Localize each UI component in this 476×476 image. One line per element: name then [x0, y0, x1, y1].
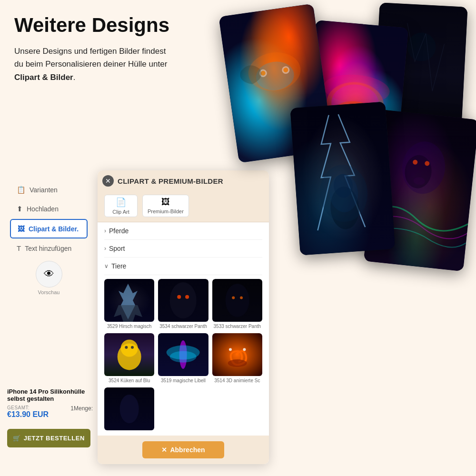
tab-premium-icon: 🖼 — [161, 197, 170, 207]
thumb-panther2 — [212, 279, 262, 322]
thumb-panther2-label: 3533 schwarzer Panth — [212, 323, 262, 329]
category-tiere-label: Tiere — [111, 262, 126, 270]
svg-point-29 — [240, 297, 243, 299]
tab-premium[interactable]: 🖼 Premium-Bilder — [142, 195, 189, 217]
svg-point-14 — [407, 32, 436, 62]
category-pferde[interactable]: › Pferde — [104, 222, 262, 240]
sidebar-item-text[interactable]: T Text hinzufügen — [10, 239, 88, 257]
desc-bold: Clipart & Bilder — [14, 73, 73, 82]
sidebar-item-varianten-label: Varianten — [30, 186, 58, 194]
cancel-button-label: Abbrechen — [170, 446, 205, 454]
close-icon: ✕ — [105, 177, 111, 185]
chevron-down-icon: ∨ — [104, 263, 109, 269]
modal-footer: ✕ Abbrechen — [98, 436, 269, 464]
category-pferde-label: Pferde — [109, 227, 129, 235]
product-info: iPhone 14 Pro Silikonhülle selbst gestal… — [7, 388, 93, 419]
page-description: Unsere Designs und fertigen Bilder finde… — [14, 45, 176, 84]
category-tiere[interactable]: ∨ Tiere — [104, 258, 262, 275]
modal-tabs: 📄 Clip Art 🖼 Premium-Bilder — [98, 190, 269, 222]
thumb-kuken — [104, 333, 154, 376]
case-deer — [290, 101, 395, 255]
image-thumb-kuken[interactable]: 3524 Küken auf Blu — [104, 333, 154, 384]
qty-value: 1 — [70, 405, 74, 412]
modal-header: CLIPART & PREMIUM-BILDER — [98, 170, 269, 190]
tab-premium-label: Premium-Bilder — [148, 208, 184, 214]
svg-point-32 — [125, 346, 128, 349]
modal-close-button[interactable]: ✕ — [102, 175, 114, 187]
chevron-right-icon: › — [104, 228, 106, 234]
case-deer-inner — [290, 101, 395, 255]
tab-clipart[interactable]: 📄 Clip Art — [104, 195, 138, 217]
page-title: Weitere Designs — [14, 14, 176, 36]
svg-point-36 — [170, 351, 197, 363]
thumb-schnecke-label: 3514 3D animierte Sc — [212, 377, 262, 384]
sidebar-item-clipart-label: Clipart & Bilder. — [29, 225, 79, 233]
modal-title: CLIPART & PREMIUM-BILDER — [118, 177, 223, 185]
thumb-schnecke — [212, 333, 262, 376]
thumb-kuken-label: 3524 Küken auf Blu — [104, 377, 154, 384]
sidebar-item-varianten[interactable]: 📋 Varianten — [10, 181, 88, 199]
text-icon: T — [17, 244, 21, 252]
tab-clipart-icon: 📄 — [116, 197, 126, 208]
category-sport-label: Sport — [109, 245, 125, 252]
thumb-libelle — [158, 333, 208, 376]
sidebar: 📋 Varianten ⬆ Hochladen 🖼 Clipart & Bild… — [7, 176, 90, 299]
svg-point-24 — [170, 282, 197, 318]
chevron-right-icon-sport: › — [104, 245, 106, 252]
thumb-hirsch-label: 3529 Hirsch magisch — [104, 323, 154, 329]
cancel-icon: ✕ — [161, 446, 167, 454]
clipart-icon: 🖼 — [18, 225, 25, 233]
svg-point-27 — [225, 284, 249, 317]
varianten-icon: 📋 — [17, 186, 26, 194]
cancel-button[interactable]: ✕ Abbrechen — [142, 441, 224, 458]
top-section: Weitere Designs Unsere Designs und ferti… — [14, 14, 176, 84]
tab-clipart-label: Clip Art — [112, 209, 129, 215]
thumb-panther1 — [158, 279, 208, 322]
thumb-last — [104, 387, 154, 430]
order-button-label: JETZT BESTELLEN — [24, 435, 85, 442]
svg-point-40 — [120, 395, 139, 423]
image-thumb-panther1[interactable]: 3534 schwarzer Panth — [158, 279, 208, 329]
category-sport[interactable]: › Sport — [104, 240, 262, 258]
preview-button[interactable]: 👁 — [36, 261, 62, 288]
sidebar-item-text-label: Text hinzufügen — [25, 245, 71, 252]
sidebar-item-hochladen-label: Hochladen — [27, 205, 59, 213]
thumb-hirsch — [104, 279, 154, 322]
qty-label: Menge: — [74, 405, 93, 412]
image-thumb-hirsch[interactable]: 3529 Hirsch magisch — [104, 279, 154, 329]
svg-point-31 — [121, 340, 138, 357]
svg-point-37 — [228, 359, 247, 367]
sidebar-item-hochladen[interactable]: ⬆ Hochladen — [10, 200, 88, 218]
svg-point-38 — [229, 348, 232, 351]
order-button[interactable]: 🛒 JETZT BESTELLEN — [7, 429, 90, 447]
preview-label: Vorschau — [38, 289, 60, 295]
product-name: iPhone 14 Pro Silikonhülle selbst gestal… — [7, 388, 93, 402]
preview-icon: 👁 — [44, 268, 54, 280]
image-grid: 3529 Hirsch magisch 3534 schwarzer Panth — [104, 279, 262, 432]
image-thumb-libelle[interactable]: 3519 magische Libell — [158, 333, 208, 384]
svg-point-26 — [185, 295, 189, 299]
cart-icon: 🛒 — [13, 435, 21, 442]
svg-point-25 — [178, 295, 181, 299]
thumb-libelle-label: 3519 magische Libell — [158, 377, 208, 384]
image-thumb-schnecke[interactable]: 3514 3D animierte Sc — [212, 333, 262, 384]
hochladen-icon: ⬆ — [17, 205, 23, 213]
sidebar-item-clipart[interactable]: 🖼 Clipart & Bilder. — [10, 219, 88, 238]
svg-point-33 — [131, 346, 134, 349]
desc-text-2: . — [73, 73, 76, 82]
svg-point-39 — [243, 348, 246, 351]
image-thumb-panther2[interactable]: 3533 schwarzer Panth — [212, 279, 262, 329]
clipart-modal: ✕ CLIPART & PREMIUM-BILDER 📄 Clip Art 🖼 … — [98, 170, 269, 464]
desc-text-1: Unsere Designs und fertigen Bilder finde… — [14, 47, 167, 69]
thumb-panther1-label: 3534 schwarzer Panth — [158, 323, 208, 329]
modal-body: › Pferde › Sport ∨ Tiere 3529 Hirsch mag… — [98, 222, 269, 436]
sidebar-preview-section: 👁 Vorschau — [7, 261, 90, 295]
svg-point-28 — [232, 297, 235, 299]
image-thumb-last[interactable] — [104, 387, 154, 432]
